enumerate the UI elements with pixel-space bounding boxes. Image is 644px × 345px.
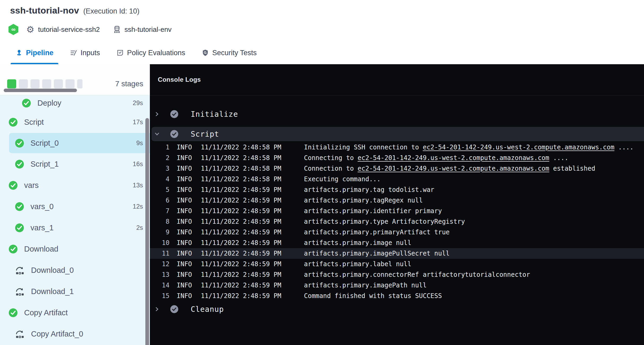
stage-success-icon — [22, 99, 31, 107]
chevron-right-icon[interactable] — [154, 306, 160, 312]
stage-row-download-0[interactable]: Download_0 — [0, 260, 150, 280]
log-row[interactable]: 13INFO11/11/2022 2:48:59 PMartifacts.pri… — [150, 269, 644, 280]
pipeline-icon — [15, 49, 23, 57]
stage-row-deploy[interactable]: Deploy29s — [0, 93, 150, 113]
host-link[interactable]: ec2-54-201-142-249.us-west-2.compute.ama… — [423, 144, 614, 151]
log-text: artifacts.primary.connectorRef artifacto… — [304, 271, 530, 278]
log-row[interactable]: 8INFO11/11/2022 2:48:59 PMartifacts.prim… — [150, 216, 644, 227]
service-name[interactable]: tutorial-service-ssh2 — [38, 25, 100, 34]
stage-label: Deploy — [37, 99, 61, 107]
log-message: artifacts.primary.type ArtifactoryRegist… — [304, 216, 465, 227]
stage-duration: 9s — [136, 139, 143, 147]
stage-label: Script — [24, 118, 44, 127]
stage-row-script[interactable]: Script17s — [0, 112, 150, 132]
log-message: Connection to ec2-54-201-142-249.us-west… — [304, 163, 595, 174]
inputs-icon — [70, 49, 77, 57]
log-timestamp: 11/11/2022 2:48:59 PM — [201, 269, 281, 280]
log-text: artifacts.primary.imagePullSecret null — [304, 250, 450, 257]
stage-row-copy-artifact[interactable]: Copy Artifact — [0, 303, 150, 323]
tab-inputs[interactable]: Inputs — [69, 41, 101, 64]
stage-count-label: 7 stages — [115, 79, 143, 88]
log-message: Executing command... — [304, 174, 381, 184]
section-cleanup[interactable]: Cleanup — [150, 302, 644, 316]
tab-policy-evaluations[interactable]: Policy Evaluations — [116, 41, 186, 64]
section-label: Initialize — [191, 110, 238, 119]
stage-row-copy-artifact-0[interactable]: Copy Artifact_0 — [0, 324, 150, 344]
log-level: INFO — [177, 142, 192, 153]
log-text: artifacts.primary.identifier primary — [304, 207, 442, 215]
sidebar-vertical-scrollbar[interactable] — [145, 118, 149, 345]
log-row[interactable]: 9INFO11/11/2022 2:48:59 PMartifacts.prim… — [150, 227, 644, 238]
stage-square[interactable] — [7, 79, 16, 88]
log-row[interactable]: 4INFO11/11/2022 2:48:58 PMExecuting comm… — [150, 174, 644, 184]
stage-duration: 2s — [136, 224, 143, 231]
log-row[interactable]: 3INFO11/11/2022 2:48:58 PMConnection to … — [150, 163, 644, 174]
stage-row-download[interactable]: Download — [0, 239, 150, 259]
log-row[interactable]: 5INFO11/11/2022 2:48:59 PMartifacts.prim… — [150, 184, 644, 195]
log-text: .... — [549, 154, 568, 162]
stage-square[interactable] — [66, 79, 75, 88]
log-timestamp: 11/11/2022 2:48:59 PM — [201, 216, 281, 227]
execution-id: (Execution Id: 10) — [83, 7, 140, 15]
stage-sidebar: Deploy29sScript17sScript_09sScript_116sv… — [0, 64, 150, 345]
log-text: Initializing SSH connection to — [304, 144, 423, 151]
step-group-icon — [15, 287, 24, 296]
header-meta-row: ∞ ⚙ tutorial-service-ssh2 ssh-tutorial-e… — [8, 23, 172, 36]
page-header: ssh-tutorial-nov (Execution Id: 10) ∞ ⚙ … — [0, 0, 644, 42]
log-text: artifacts.primary.label null — [304, 260, 411, 268]
log-row[interactable]: 2INFO11/11/2022 2:48:58 PMConnecting to … — [150, 153, 644, 163]
console-panel: Console Logs Initialize Script 1INFO11/1… — [150, 64, 644, 345]
stage-progress-header: 7 stages — [0, 64, 150, 95]
section-initialize[interactable]: Initialize — [150, 107, 644, 121]
log-row[interactable]: 12INFO11/11/2022 2:48:59 PMartifacts.pri… — [150, 259, 644, 269]
stage-row-download-1[interactable]: Download_1 — [0, 281, 150, 301]
log-level: INFO — [177, 206, 192, 216]
tab-label: Pipeline — [26, 49, 54, 57]
section-script[interactable]: Script — [151, 127, 644, 141]
stage-label: Download_1 — [31, 287, 74, 296]
horizontal-scrollbar[interactable] — [4, 89, 77, 92]
host-link[interactable]: ec2-54-201-142-249.us-west-2.compute.ama… — [358, 165, 549, 172]
chevron-down-icon[interactable] — [154, 131, 160, 137]
log-row[interactable]: 14INFO11/11/2022 2:48:59 PMartifacts.pri… — [150, 280, 644, 291]
log-row[interactable]: 10INFO11/11/2022 2:48:59 PMartifacts.pri… — [150, 238, 644, 248]
pipeline-execution-page: ssh-tutorial-nov (Execution Id: 10) ∞ ⚙ … — [0, 0, 644, 345]
stage-row-vars-1[interactable]: vars_12s — [0, 218, 150, 238]
stage-square[interactable] — [77, 79, 82, 88]
log-timestamp: 11/11/2022 2:48:58 PM — [201, 174, 281, 184]
log-level: INFO — [177, 227, 192, 238]
stage-label: Copy Artifact_0 — [31, 330, 83, 338]
security-shield-icon — [202, 49, 209, 57]
stage-row-script-1[interactable]: Script_116s — [0, 154, 150, 174]
stage-success-icon — [15, 202, 24, 211]
stage-row-vars[interactable]: vars13s — [0, 175, 150, 195]
log-timestamp: 11/11/2022 2:48:58 PM — [201, 153, 281, 163]
stage-row-vars-0[interactable]: vars_012s — [0, 196, 150, 217]
log-row[interactable]: 6INFO11/11/2022 2:48:59 PMartifacts.prim… — [150, 195, 644, 206]
stage-square[interactable] — [19, 79, 28, 88]
stage-square[interactable] — [42, 79, 51, 88]
log-message: artifacts.primary.connectorRef artifacto… — [304, 269, 530, 280]
log-row[interactable]: 7INFO11/11/2022 2:48:59 PMartifacts.prim… — [150, 206, 644, 216]
log-message: artifacts.primary.primaryArtifact true — [304, 227, 450, 238]
log-line-number: 6 — [150, 195, 169, 206]
log-row[interactable]: 15INFO11/11/2022 2:48:59 PMCommand finis… — [150, 291, 644, 301]
stage-duration: 12s — [133, 203, 143, 210]
stage-square[interactable] — [31, 79, 40, 88]
log-level: INFO — [177, 248, 192, 259]
log-row[interactable]: 1INFO11/11/2022 2:48:58 PMInitializing S… — [150, 142, 644, 153]
tab-pipeline[interactable]: Pipeline — [15, 41, 54, 64]
stage-duration: 16s — [133, 160, 143, 168]
log-line-number: 2 — [150, 153, 169, 163]
stage-row-script-0[interactable]: Script_09s — [0, 133, 150, 153]
environment-name[interactable]: ssh-tutorial-env — [124, 25, 172, 34]
host-link[interactable]: ec2-54-201-142-249.us-west-2.compute.ama… — [358, 154, 549, 162]
tab-security-tests[interactable]: Security Tests — [201, 41, 257, 64]
environment-icon — [113, 25, 121, 34]
chevron-right-icon[interactable] — [154, 111, 160, 117]
log-timestamp: 11/11/2022 2:48:59 PM — [201, 280, 281, 291]
log-row[interactable]: 11INFO11/11/2022 2:48:59 PMartifacts.pri… — [150, 248, 644, 259]
stage-square[interactable] — [54, 79, 63, 88]
log-timestamp: 11/11/2022 2:48:59 PM — [201, 184, 281, 195]
log-message: artifacts.primary.label null — [304, 259, 411, 269]
